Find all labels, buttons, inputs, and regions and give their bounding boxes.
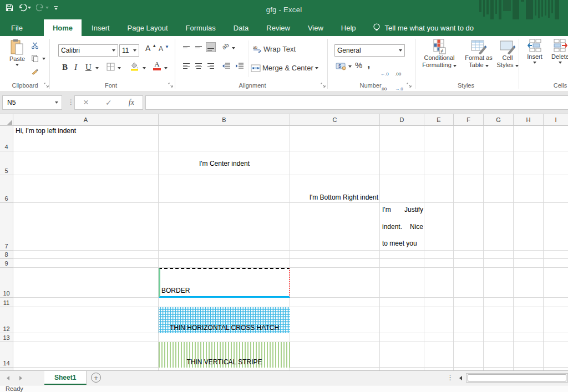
font-size-combo[interactable]: 11 (119, 44, 139, 57)
fill-color-button[interactable] (130, 62, 139, 71)
cell-c6-bottom-right-indent[interactable]: I'm Bottom Right indent (290, 175, 380, 203)
number-format-combo[interactable]: General (334, 44, 405, 57)
orientation-button[interactable]: ab (221, 42, 230, 51)
clipboard-dialog-launcher-icon[interactable] (44, 83, 49, 88)
column-header-b[interactable]: B (159, 114, 290, 126)
cell-grid[interactable]: Hi, I'm top left indent I'm Center inden… (13, 126, 568, 370)
font-color-button[interactable]: A (153, 61, 161, 70)
name-box[interactable]: N5 (2, 95, 62, 110)
delete-cells-button[interactable]: Delete (549, 39, 568, 64)
italic-button[interactable]: I (74, 63, 77, 72)
select-all-triangle-icon (7, 120, 12, 125)
wrap-text-button[interactable]: ab Wrap Text (253, 45, 296, 53)
shrink-font-button[interactable]: A▼ (159, 45, 169, 53)
row-header-14[interactable]: 14 (0, 342, 13, 368)
row-header-7[interactable]: 7 (0, 203, 13, 251)
align-right-button[interactable] (206, 62, 215, 70)
row-header-9[interactable]: 9 (0, 259, 13, 268)
comma-style-button[interactable]: , (367, 58, 370, 70)
format-as-table-button[interactable]: Format as Table (462, 39, 496, 69)
bold-button[interactable]: B (62, 63, 68, 72)
copy-caret-icon[interactable] (42, 58, 45, 60)
format-painter-button[interactable] (31, 67, 39, 75)
row-header-11[interactable]: 11 (0, 298, 13, 307)
column-header-i[interactable]: I (544, 114, 568, 126)
tab-home[interactable]: Home (44, 19, 82, 36)
select-all-button[interactable] (0, 114, 13, 126)
sheet-nav-next-icon[interactable] (19, 376, 22, 380)
font-color-caret-icon[interactable] (164, 67, 168, 69)
row-header-8[interactable]: 8 (0, 251, 13, 259)
paste-button[interactable]: Paste (6, 39, 29, 66)
borders-caret-icon[interactable] (118, 67, 121, 69)
row-header-10[interactable]: 10 (0, 268, 13, 298)
font-name-combo[interactable]: Calibri (58, 44, 118, 57)
column-header-e[interactable]: E (424, 114, 454, 126)
accounting-format-button[interactable]: $ (336, 62, 352, 70)
tab-page-layout[interactable]: Page Layout (119, 19, 177, 36)
insert-function-button[interactable]: fx (129, 98, 134, 107)
row-header-6[interactable]: 6 (0, 175, 13, 203)
bottom-align-button[interactable] (206, 43, 215, 52)
enter-icon[interactable]: ✓ (105, 98, 112, 107)
horizontal-scrollbar[interactable] (466, 373, 568, 383)
align-center-button[interactable] (194, 62, 203, 70)
column-header-a[interactable]: A (13, 114, 159, 126)
merge-center-button[interactable]: Merge & Center (251, 64, 318, 72)
align-left-button[interactable] (182, 62, 191, 70)
cell-b14-vertical-stripe[interactable]: THIN VERTICAL STRIPE (159, 342, 290, 368)
sheet-nav-prev-icon[interactable] (7, 376, 9, 380)
tab-insert[interactable]: Insert (83, 19, 119, 36)
cell-styles-button[interactable]: Cell Styles (496, 39, 519, 69)
insert-cells-button[interactable]: Insert (524, 39, 546, 64)
row-header-12[interactable]: 12 (0, 307, 13, 333)
grow-font-button[interactable]: A▲ (145, 44, 156, 53)
cut-button[interactable] (31, 42, 39, 49)
cell-b10-border[interactable]: BORDER (159, 268, 290, 298)
number-dialog-launcher-icon[interactable] (407, 83, 412, 88)
cell-styles-icon (500, 39, 515, 54)
tab-splitter-grip[interactable]: ⋮ (447, 373, 454, 381)
column-header-h[interactable]: H (514, 114, 544, 126)
percent-style-button[interactable]: % (355, 60, 362, 70)
formula-input[interactable] (145, 95, 568, 110)
conditional-formatting-button[interactable]: ≠ Conditional Formatting (417, 39, 462, 69)
fill-color-caret-icon[interactable] (143, 67, 146, 69)
new-sheet-button[interactable]: + (91, 373, 101, 383)
row-header-4[interactable]: 4 (0, 126, 13, 151)
alignment-dialog-launcher-icon[interactable] (321, 83, 326, 88)
copy-button[interactable] (31, 54, 39, 62)
row-header-13[interactable]: 13 (0, 333, 13, 342)
horizontal-scrollbar-thumb[interactable] (468, 374, 566, 381)
cell-b12-crosshatch[interactable]: THIN HORIZONTAL CROSS HATCH (159, 307, 290, 333)
cell-a4-top-left-indent[interactable]: Hi, I'm top left indent (13, 126, 159, 151)
cancel-icon[interactable]: × (83, 97, 89, 108)
font-dialog-launcher-icon[interactable] (168, 83, 174, 88)
tab-formulas[interactable]: Formulas (177, 19, 225, 36)
column-header-d[interactable]: D (380, 114, 424, 126)
orientation-caret-icon[interactable] (232, 47, 235, 49)
middle-align-button[interactable] (194, 43, 203, 52)
increase-indent-button[interactable] (235, 62, 244, 70)
hscroll-left-button[interactable] (456, 373, 465, 383)
column-header-f[interactable]: F (454, 114, 484, 126)
formula-bar-grip[interactable]: ⋮ (68, 98, 74, 106)
cell-d7-justify-indent[interactable]: I'm Justify indent. Nice to meet you (380, 203, 424, 251)
tab-file[interactable]: File (0, 19, 34, 36)
tell-me-box[interactable]: Tell me what you want to do (365, 19, 474, 36)
borders-button[interactable] (106, 63, 115, 71)
sheet-tab-sheet1[interactable]: Sheet1 (44, 371, 87, 385)
tab-help[interactable]: Help (332, 19, 365, 36)
tab-view[interactable]: View (299, 19, 332, 36)
underline-button[interactable]: U (85, 63, 92, 72)
cell-b5-center-indent[interactable]: I'm Center indent (159, 151, 290, 175)
clipboard-group-label: Clipboard (8, 82, 42, 89)
column-header-c[interactable]: C (290, 114, 380, 126)
tab-review[interactable]: Review (257, 19, 299, 36)
tab-data[interactable]: Data (225, 19, 257, 36)
row-header-5[interactable]: 5 (0, 151, 13, 175)
underline-caret-icon[interactable] (95, 67, 99, 69)
column-header-g[interactable]: G (484, 114, 514, 126)
decrease-indent-button[interactable] (222, 62, 231, 70)
top-align-button[interactable] (182, 43, 191, 52)
